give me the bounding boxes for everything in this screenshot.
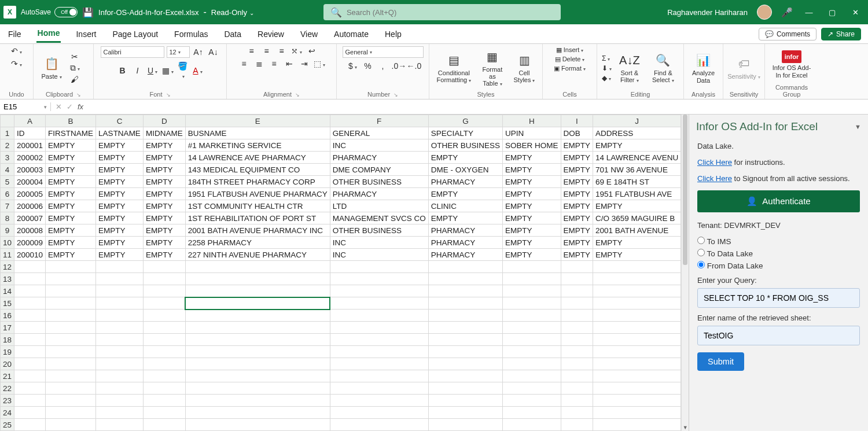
column-header[interactable]: I bbox=[561, 115, 593, 127]
cell[interactable]: 200001 bbox=[14, 139, 46, 152]
cell[interactable]: EMPTY bbox=[503, 176, 561, 188]
cell[interactable]: 200006 bbox=[14, 200, 46, 212]
cell[interactable]: LASTNAME bbox=[96, 127, 144, 139]
cell[interactable]: 200007 bbox=[14, 212, 46, 224]
cell[interactable]: EMPTY bbox=[96, 212, 144, 224]
cell[interactable]: 14 LAWRENCE AVE PHARMACY bbox=[185, 152, 330, 164]
cell[interactable]: PHARMACY bbox=[428, 224, 502, 237]
cell[interactable] bbox=[96, 395, 144, 407]
cell[interactable]: INC bbox=[330, 249, 428, 261]
query-input[interactable] bbox=[697, 288, 860, 308]
row-header[interactable]: 21 bbox=[1, 370, 14, 382]
orientation-icon[interactable]: ⤲ bbox=[290, 46, 303, 56]
cell[interactable]: EMPTY bbox=[561, 249, 593, 261]
cell[interactable]: MIDNAME bbox=[143, 127, 185, 139]
cell[interactable]: EMPTY bbox=[561, 224, 593, 237]
row-header[interactable]: 20 bbox=[1, 358, 14, 370]
row-header[interactable]: 23 bbox=[1, 395, 14, 407]
cell[interactable] bbox=[96, 407, 144, 419]
user-name[interactable]: Raghavender Hariharan bbox=[667, 8, 748, 17]
row-header[interactable]: 24 bbox=[1, 407, 14, 419]
cell[interactable]: 200005 bbox=[14, 188, 46, 200]
cell[interactable] bbox=[185, 419, 330, 431]
scroll-down-icon[interactable]: ▼ bbox=[682, 425, 689, 430]
wrap-text-icon[interactable]: ↩ bbox=[306, 46, 318, 56]
cell[interactable]: OTHER BUSINESS bbox=[428, 139, 502, 152]
cell[interactable] bbox=[428, 358, 502, 370]
cell[interactable] bbox=[503, 261, 561, 273]
cell[interactable]: EMPTY bbox=[503, 200, 561, 212]
italic-button[interactable]: I bbox=[131, 66, 144, 75]
cell[interactable]: EMPTY bbox=[46, 139, 96, 152]
cell[interactable]: FIRSTNAME bbox=[46, 127, 96, 139]
column-header[interactable]: C bbox=[96, 115, 144, 127]
cell[interactable]: EMPTY bbox=[143, 164, 185, 176]
cell[interactable]: UPIN bbox=[503, 127, 561, 139]
cell[interactable]: EMPTY bbox=[561, 237, 593, 249]
cell[interactable]: 2258 PHARMACY bbox=[185, 237, 330, 249]
cell[interactable] bbox=[428, 419, 502, 431]
cell[interactable]: EMPTY bbox=[503, 164, 561, 176]
cell[interactable] bbox=[143, 407, 185, 419]
cell[interactable]: BUSNAME bbox=[185, 127, 330, 139]
cell[interactable] bbox=[143, 358, 185, 370]
cell[interactable] bbox=[96, 297, 144, 310]
cell[interactable] bbox=[143, 370, 185, 382]
cell[interactable] bbox=[14, 310, 46, 322]
cell[interactable] bbox=[593, 285, 681, 297]
cell[interactable]: LTD bbox=[330, 200, 428, 212]
cell[interactable]: EMPTY bbox=[503, 224, 561, 237]
cell[interactable]: 184TH STREET PHARMACY CORP bbox=[185, 176, 330, 188]
cell[interactable] bbox=[185, 285, 330, 297]
cell[interactable]: PHARMACY bbox=[428, 249, 502, 261]
column-header[interactable]: E bbox=[185, 115, 330, 127]
cell[interactable] bbox=[330, 358, 428, 370]
cell[interactable]: EMPTY bbox=[96, 249, 144, 261]
cell[interactable]: 143 MEDICAL EQUIPMENT CO bbox=[185, 164, 330, 176]
cell[interactable] bbox=[561, 407, 593, 419]
taskpane-menu-icon[interactable]: ▼ bbox=[855, 123, 861, 130]
cell[interactable] bbox=[593, 334, 681, 346]
cell[interactable] bbox=[330, 310, 428, 322]
underline-button[interactable]: U bbox=[146, 66, 159, 75]
cell[interactable]: EMPTY bbox=[46, 237, 96, 249]
cell[interactable] bbox=[46, 358, 96, 370]
spreadsheet-grid[interactable]: ABCDEFGHIJ 1IDFIRSTNAMELASTNAMEMIDNAMEBU… bbox=[0, 115, 681, 431]
align-top-icon[interactable]: ≡ bbox=[245, 46, 258, 56]
cell[interactable] bbox=[14, 395, 46, 407]
scrollbar-thumb[interactable] bbox=[683, 115, 687, 265]
cell[interactable]: EMPTY bbox=[96, 164, 144, 176]
align-right-icon[interactable]: ≡ bbox=[268, 59, 281, 68]
cell[interactable] bbox=[14, 346, 46, 358]
cell[interactable] bbox=[593, 370, 681, 382]
increase-decimal-icon[interactable]: .0→ bbox=[392, 61, 404, 71]
cell[interactable]: EMPTY bbox=[46, 249, 96, 261]
cell[interactable]: OTHER BUSINESS bbox=[330, 224, 428, 237]
cell[interactable] bbox=[593, 358, 681, 370]
cell[interactable]: EMPTY bbox=[561, 164, 593, 176]
format-painter-icon[interactable]: 🖌 bbox=[68, 75, 81, 84]
cell[interactable] bbox=[46, 261, 96, 273]
cell[interactable]: EMPTY bbox=[561, 139, 593, 152]
cell[interactable] bbox=[503, 285, 561, 297]
cell[interactable]: PHARMACY bbox=[330, 152, 428, 164]
cell[interactable] bbox=[14, 261, 46, 273]
cell[interactable] bbox=[561, 322, 593, 334]
cell[interactable] bbox=[14, 407, 46, 419]
cell[interactable]: 200003 bbox=[14, 164, 46, 176]
cell[interactable]: ID bbox=[14, 127, 46, 139]
fx-icon[interactable]: fx bbox=[78, 102, 83, 111]
increase-indent-icon[interactable]: ⇥ bbox=[298, 59, 311, 68]
cell[interactable] bbox=[428, 346, 502, 358]
row-header[interactable]: 17 bbox=[1, 322, 14, 334]
column-header[interactable]: A bbox=[14, 115, 46, 127]
cell[interactable]: EMPTY bbox=[143, 188, 185, 200]
cell[interactable] bbox=[330, 334, 428, 346]
currency-icon[interactable]: $ bbox=[347, 61, 359, 71]
cell[interactable]: EMPTY bbox=[143, 237, 185, 249]
cell[interactable] bbox=[330, 382, 428, 395]
row-header[interactable]: 13 bbox=[1, 273, 14, 285]
decrease-indent-icon[interactable]: ⇤ bbox=[283, 59, 296, 68]
cell[interactable] bbox=[143, 285, 185, 297]
cell[interactable] bbox=[428, 310, 502, 322]
